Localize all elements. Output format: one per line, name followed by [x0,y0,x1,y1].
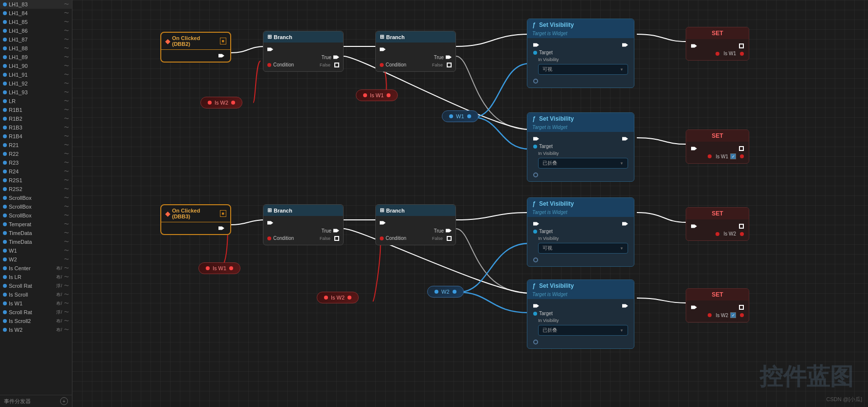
sidebar-item-R2S2[interactable]: R2S2 〜 [0,185,72,193]
sidebar-item-ScrollBox3[interactable]: ScrollBox 〜 [0,211,72,220]
branch-node-3[interactable]: ⊞ Branch True Condition False [263,204,344,245]
branch-node-1[interactable]: ⊞ Branch True Condition False [263,31,344,72]
sidebar-item-R1B3[interactable]: R1B3 〜 [0,123,72,132]
set-vis-1-header: ƒ Set Visibility [527,19,634,31]
on-clicked-dbb3-node[interactable]: ◆ On Clicked (DBB3) ■ [160,204,231,235]
sidebar-item-TimeData1[interactable]: TimeData 〜 [0,229,72,237]
exec-out-pin [739,43,744,48]
set-vis-2-header: ƒ Set Visibility [527,113,634,125]
condition-pin [267,63,271,67]
sidebar-item-R21[interactable]: R21 〜 [0,141,72,150]
sv4-circle-pin [531,339,630,345]
set-visibility-node-4[interactable]: ƒ Set Visibility Target is Widget Target… [527,279,634,349]
hollow-pin [533,257,538,262]
chevron-down-icon: ▼ [620,161,624,166]
branch-node-3-header: ⊞ Branch [263,205,343,216]
sv1-visibility-dropdown[interactable]: 可视 ▼ [538,64,628,75]
sidebar-item-LH1_84[interactable]: LH1_84 〜 [0,9,72,18]
sidebar-item-ScrollRat1[interactable]: Scroll Rat 浮/ 〜 [0,281,72,290]
sidebar-item-IsW1[interactable]: Is W1 布/ 〜 [0,299,72,308]
sidebar-item-Temperat[interactable]: Temperat 〜 [0,220,72,229]
sidebar-item-IsW2[interactable]: Is W2 布/ 〜 [0,325,72,334]
var-w2[interactable]: W2 [427,286,464,298]
sidebar-item-LH1_90[interactable]: LH1_90 〜 [0,62,72,70]
sidebar-item-LR[interactable]: LR 〜 [0,97,72,106]
set-node-4[interactable]: SET Is W2 ✓ [686,288,749,322]
sidebar-item-IsScroll[interactable]: Is Scroll 布/ 〜 [0,290,72,299]
set-node-2[interactable]: SET Is W1 ✓ [686,129,749,164]
set-visibility-node-3[interactable]: ƒ Set Visibility Target is Widget Target… [527,197,634,267]
branch-node-2-title: Branch [386,34,405,40]
on-clicked-dbb2-node[interactable]: ◆ On Clicked (DBB2) ■ [160,32,231,63]
sidebar-item-LH1_87[interactable]: LH1_87 〜 [0,35,72,44]
branch-node-3-body: True Condition False [263,216,343,245]
sidebar-item-R2S1[interactable]: R2S1 〜 [0,176,72,185]
sidebar-dot [3,108,7,112]
sidebar-item-LH1_83[interactable]: LH1_83 〜 [0,0,72,9]
var-is-w2-top[interactable]: Is W2 [200,97,242,108]
set-vis-4-subtitle: Target is Widget [527,292,634,299]
sidebar-item-ScrollBox2[interactable]: ScrollBox 〜 [0,202,72,211]
sidebar-item-R1B4[interactable]: R1B4 〜 [0,132,72,141]
set-vis-3-title: Set Visibility [539,200,574,207]
set4-checkbox[interactable]: ✓ [730,312,736,318]
branch-node-1-header: ⊞ Branch [263,31,343,43]
sidebar-item-LH1_92[interactable]: LH1_92 〜 [0,79,72,88]
sv1-vis-label: In Visibility [538,57,628,62]
branch-node-2[interactable]: ⊞ Branch True Condition False [375,31,456,72]
var-is-w1-bottom[interactable]: Is W1 [198,262,240,274]
sidebar-item-LH1_85[interactable]: LH1_85 〜 [0,18,72,26]
sv3-visibility-dropdown[interactable]: 可视 ▼ [538,243,628,254]
sidebar-item-ScrollBox1[interactable]: ScrollBox 〜 [0,193,72,202]
sidebar-item-LH1_91[interactable]: LH1_91 〜 [0,70,72,79]
sidebar-item-IsScroll2[interactable]: Is Scroll2 布/ 〜 [0,317,72,325]
add-event-button[interactable]: + [60,397,68,405]
sidebar-item-R1B1[interactable]: R1B1 〜 [0,106,72,114]
sidebar-dot [3,301,7,305]
sidebar-item-LH1_89[interactable]: LH1_89 〜 [0,53,72,62]
sidebar-dot [3,196,7,200]
var-is-w1-mid-label: Is W1 [370,92,384,98]
sidebar-item-W2[interactable]: W2 〜 [0,255,72,264]
set-node-1[interactable]: SET Is W1 [686,27,749,61]
branch2-exec-in [378,45,454,53]
sidebar-item-LH1_86[interactable]: LH1_86 〜 [0,26,72,35]
sidebar-dot [3,187,7,191]
var-is-w1-mid[interactable]: Is W1 [356,89,398,101]
sidebar-dot [3,257,7,261]
sv4-visibility-dropdown[interactable]: 已折叠 ▼ [538,325,628,336]
set-visibility-node-1[interactable]: ƒ Set Visibility Target is Widget Target… [527,19,634,88]
sidebar-dot [3,284,7,288]
sidebar-dot [3,266,7,270]
sidebar-item-LH1_88[interactable]: LH1_88 〜 [0,44,72,53]
blueprint-canvas: ◆ On Clicked (DBB2) ■ ⊞ Branch True Cond… [72,0,868,407]
sidebar-item-R23[interactable]: R23 〜 [0,158,72,167]
set-node-3[interactable]: SET Is W2 [686,207,749,241]
set1-var: Is W1 [689,50,746,57]
set-visibility-node-2[interactable]: ƒ Set Visibility Target is Widget Target… [527,112,634,182]
sidebar-item-R1B2[interactable]: R1B2 〜 [0,114,72,123]
set2-checkbox[interactable]: ✓ [730,153,736,159]
sidebar-item-ScrollRat2[interactable]: Scroll Rat 浮/ 〜 [0,308,72,317]
branch3-condition-in: Condition False [265,235,341,242]
var-w1[interactable]: W1 [442,110,478,122]
sidebar-item-IsLR[interactable]: Is LR 布/ 〜 [0,273,72,281]
var-out-pin [740,154,744,158]
sidebar-item-LH1_93[interactable]: LH1_93 〜 [0,88,72,97]
sv2-visibility-dropdown[interactable]: 已折叠 ▼ [538,158,628,169]
var-pin [363,93,367,97]
chevron-down-icon: ▼ [620,246,624,251]
hollow-pin [533,172,538,177]
sidebar-dot [3,170,7,173]
sidebar-item-R24[interactable]: R24 〜 [0,167,72,176]
exec-out-pin [622,303,628,309]
sidebar-dot [3,64,7,68]
condition-pin [380,236,384,240]
sidebar-item-IsCenter[interactable]: Is Center 布/ 〜 [0,264,72,273]
sidebar-item-TimeData2[interactable]: TimeData 〜 [0,237,72,246]
var-is-w2-bottom[interactable]: Is W2 [317,292,359,303]
sidebar-dot [3,20,7,24]
branch-node-4[interactable]: ⊞ Branch True Condition False [375,204,456,245]
sidebar-item-R22[interactable]: R22 〜 [0,150,72,158]
sidebar-item-W1[interactable]: W1 〜 [0,246,72,255]
